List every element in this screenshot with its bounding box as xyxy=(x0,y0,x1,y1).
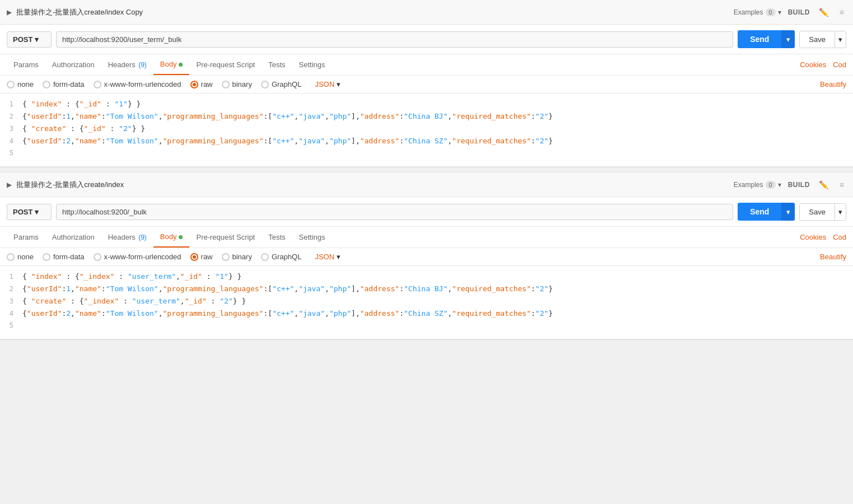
save-arrow-button[interactable]: ▾ xyxy=(835,31,846,48)
line-number: 2 xyxy=(0,285,22,293)
code-link[interactable]: Cod xyxy=(833,60,846,69)
radio-label-x-www-form-urlencoded: x-www-form-urlencoded xyxy=(104,80,181,88)
tab-body[interactable]: Body xyxy=(153,54,190,75)
examples-chevron-icon: ▾ xyxy=(778,181,781,189)
edit-icon[interactable]: ✏️ xyxy=(817,179,831,190)
tab-authorization[interactable]: Authorization xyxy=(45,227,101,247)
cookies-link[interactable]: Cookies xyxy=(800,233,826,241)
tab-params[interactable]: Params xyxy=(7,55,45,74)
tab-body[interactable]: Body xyxy=(153,227,190,248)
body-dot xyxy=(179,63,183,67)
body-option-x-www-form-urlencoded[interactable]: x-www-form-urlencoded xyxy=(94,253,181,261)
method-select[interactable]: POST ▾ xyxy=(7,204,52,220)
line-number: 3 xyxy=(0,125,22,133)
line-number: 5 xyxy=(0,149,22,157)
body-option-x-www-form-urlencoded[interactable]: x-www-form-urlencoded xyxy=(94,80,181,88)
save-button[interactable]: Save xyxy=(800,31,835,48)
collapse-arrow[interactable]: ▶ xyxy=(7,8,12,16)
json-chevron-icon: ▾ xyxy=(337,80,341,88)
tab-headers--9-[interactable]: Headers (9) xyxy=(101,227,153,247)
body-option-GraphQL[interactable]: GraphQL xyxy=(261,253,301,261)
json-format-select[interactable]: JSON ▾ xyxy=(315,253,341,261)
save-button[interactable]: Save xyxy=(800,204,835,220)
edit-icon[interactable]: ✏️ xyxy=(817,7,831,18)
send-arrow-button[interactable]: ▾ xyxy=(781,30,795,48)
code-line-3: 3 { "create" : {"_id" : "2"} } xyxy=(0,124,853,136)
radio-x-www-form-urlencoded xyxy=(94,81,101,88)
send-button[interactable]: Send xyxy=(738,30,781,48)
cookies-link[interactable]: Cookies xyxy=(800,60,826,69)
tab-pre-request-script[interactable]: Pre-request Script xyxy=(189,55,262,74)
url-input[interactable] xyxy=(56,31,733,48)
code-editor[interactable]: 1 { "index" : {"_id" : "1"} } 2 {"userId… xyxy=(0,94,853,167)
body-option-raw[interactable]: raw xyxy=(190,253,213,261)
radio-label-form-data: form-data xyxy=(53,80,85,88)
build-button[interactable]: BUILD xyxy=(788,8,810,16)
examples-button[interactable]: Examples 0 ▾ xyxy=(734,181,781,189)
send-button-group: Send ▾ xyxy=(738,203,795,221)
json-format-label: JSON xyxy=(315,253,334,261)
json-format-label: JSON xyxy=(315,80,334,88)
examples-count: 0 xyxy=(766,8,776,16)
body-option-binary[interactable]: binary xyxy=(222,80,252,88)
radio-label-raw: raw xyxy=(201,80,213,88)
collapse-arrow[interactable]: ▶ xyxy=(7,181,12,189)
send-arrow-button[interactable]: ▾ xyxy=(781,203,795,221)
headers-badge: (9) xyxy=(137,61,147,69)
beautify-button[interactable]: Beautify xyxy=(820,80,846,88)
body-option-form-data[interactable]: form-data xyxy=(43,253,85,261)
code-line-4: 4 {"userId":2,"name":"Tom Wilson","progr… xyxy=(0,136,853,148)
headers-badge: (9) xyxy=(137,234,147,241)
tabs-bar: Params Authorization Headers (9) Body Pr… xyxy=(0,54,853,76)
line-number: 3 xyxy=(0,297,22,305)
radio-GraphQL xyxy=(261,253,269,261)
body-option-none[interactable]: none xyxy=(7,253,34,261)
tab-pre-request-script[interactable]: Pre-request Script xyxy=(189,227,262,247)
body-option-GraphQL[interactable]: GraphQL xyxy=(261,80,301,88)
code-link[interactable]: Cod xyxy=(833,233,846,241)
tab-settings[interactable]: Settings xyxy=(292,55,332,74)
tab-authorization[interactable]: Authorization xyxy=(45,55,101,74)
body-option-binary[interactable]: binary xyxy=(222,253,252,261)
code-line-2: 2 {"userId":1,"name":"Tom Wilson","progr… xyxy=(0,284,853,296)
tab-params[interactable]: Params xyxy=(7,227,45,247)
code-line-4: 4 {"userId":2,"name":"Tom Wilson","progr… xyxy=(0,309,853,321)
json-format-select[interactable]: JSON ▾ xyxy=(315,80,341,88)
tab-headers--9-[interactable]: Headers (9) xyxy=(101,55,153,74)
panel-title: 批量操作之-批量插入create/index xyxy=(16,180,734,190)
line-content: { "create" : {"_id" : "2"} } xyxy=(22,124,853,133)
beautify-button[interactable]: Beautify xyxy=(820,253,846,261)
radio-label-none: none xyxy=(17,80,34,88)
code-line-3: 3 { "create" : {"_index" : "user_term","… xyxy=(0,296,853,309)
line-content: {"userId":2,"name":"Tom Wilson","program… xyxy=(22,137,853,145)
body-option-raw[interactable]: raw xyxy=(190,80,213,88)
code-line-5: 5 xyxy=(0,321,853,333)
save-arrow-button[interactable]: ▾ xyxy=(835,204,846,220)
body-option-none[interactable]: none xyxy=(7,80,34,88)
examples-button[interactable]: Examples 0 ▾ xyxy=(734,8,781,16)
radio-label-x-www-form-urlencoded: x-www-form-urlencoded xyxy=(104,253,181,261)
body-option-form-data[interactable]: form-data xyxy=(43,80,85,88)
tab-tests[interactable]: Tests xyxy=(262,55,292,74)
code-line-1: 1 { "index" : {"_id" : "1"} } xyxy=(0,99,853,111)
tabs-bar: Params Authorization Headers (9) Body Pr… xyxy=(0,227,853,248)
send-button[interactable]: Send xyxy=(738,203,781,221)
build-button[interactable]: BUILD xyxy=(788,181,810,189)
request-panel-panel1: ▶ 批量操作之-批量插入create/index Copy Examples 0… xyxy=(0,0,853,167)
line-content: {"userId":2,"name":"Tom Wilson","program… xyxy=(22,309,853,318)
radio-none xyxy=(7,81,15,88)
tab-tests[interactable]: Tests xyxy=(262,227,292,247)
save-button-group: Save ▾ xyxy=(799,31,846,48)
list-icon[interactable]: ≡ xyxy=(837,7,846,18)
radio-form-data xyxy=(43,81,50,88)
url-input[interactable] xyxy=(56,204,733,220)
radio-raw xyxy=(190,253,198,261)
list-icon[interactable]: ≡ xyxy=(837,179,846,190)
line-content: {"userId":1,"name":"Tom Wilson","program… xyxy=(22,284,853,293)
send-button-group: Send ▾ xyxy=(738,30,795,48)
panel-title: 批量操作之-批量插入create/index Copy xyxy=(16,7,734,17)
code-editor[interactable]: 1 { "index" : {"_index" : "user_term","_… xyxy=(0,266,853,339)
method-select[interactable]: POST ▾ xyxy=(7,31,52,48)
radio-GraphQL xyxy=(261,81,269,88)
tab-settings[interactable]: Settings xyxy=(292,227,332,247)
